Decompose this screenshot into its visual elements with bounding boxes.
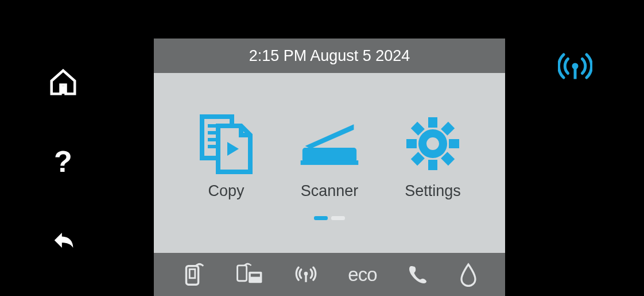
- copy-app[interactable]: Copy: [195, 112, 258, 200]
- eco-button[interactable]: eco: [348, 264, 377, 286]
- settings-app[interactable]: Settings: [401, 112, 464, 200]
- eco-icon: eco: [348, 264, 377, 286]
- svg-rect-20: [190, 269, 196, 278]
- svg-rect-25: [305, 274, 307, 282]
- home-button[interactable]: [48, 67, 79, 98]
- settings-label: Settings: [405, 182, 461, 200]
- svg-rect-9: [301, 160, 359, 165]
- touchscreen: 2:15 PM August 5 2024: [154, 39, 505, 296]
- left-nav: ?: [43, 0, 83, 296]
- help-button[interactable]: ?: [54, 144, 72, 179]
- question-icon: ?: [54, 144, 72, 179]
- wireless-icon: [558, 49, 592, 83]
- copy-icon: [195, 112, 258, 175]
- copy-label: Copy: [208, 182, 244, 200]
- svg-rect-12: [441, 121, 455, 135]
- svg-rect-21: [238, 265, 247, 280]
- ink-button[interactable]: [458, 263, 479, 287]
- datetime-label: 2:15 PM August 5 2024: [249, 47, 410, 65]
- bottom-bar: eco: [154, 253, 505, 296]
- svg-rect-0: [61, 86, 66, 94]
- ink-icon: [458, 263, 479, 287]
- back-button[interactable]: [48, 225, 78, 255]
- scanner-icon: [298, 112, 361, 175]
- wireless-button[interactable]: [293, 262, 319, 287]
- svg-rect-17: [406, 139, 417, 148]
- phone-button[interactable]: [406, 263, 429, 286]
- wireless-status-button[interactable]: [558, 49, 592, 86]
- home-icon: [48, 67, 79, 98]
- status-bar[interactable]: 2:15 PM August 5 2024: [154, 39, 505, 73]
- svg-point-10: [422, 133, 443, 154]
- svg-rect-18: [411, 121, 425, 135]
- svg-rect-23: [251, 274, 260, 276]
- app-area: Copy Scanner: [154, 73, 505, 253]
- page-dot-2: [331, 216, 345, 220]
- svg-rect-15: [428, 160, 437, 170]
- touch-print-icon: [180, 262, 206, 288]
- settings-icon: [401, 112, 464, 175]
- svg-rect-14: [441, 152, 455, 166]
- back-icon: [48, 225, 78, 255]
- svg-rect-8: [302, 148, 356, 162]
- touch-print-button[interactable]: [180, 262, 206, 288]
- phone-icon: [406, 263, 429, 286]
- page-dot-1: [314, 216, 328, 220]
- svg-rect-22: [249, 271, 262, 283]
- scanner-label: Scanner: [301, 182, 359, 200]
- print-anywhere-icon: [235, 262, 264, 288]
- svg-rect-2: [574, 66, 577, 79]
- print-anywhere-button[interactable]: [235, 262, 264, 288]
- app-grid: Copy Scanner: [195, 112, 464, 200]
- svg-rect-13: [449, 139, 459, 148]
- page-indicator[interactable]: [314, 216, 345, 220]
- svg-rect-11: [428, 117, 437, 128]
- scanner-app[interactable]: Scanner: [298, 112, 361, 200]
- svg-rect-16: [411, 152, 425, 166]
- wireless-small-icon: [293, 262, 319, 287]
